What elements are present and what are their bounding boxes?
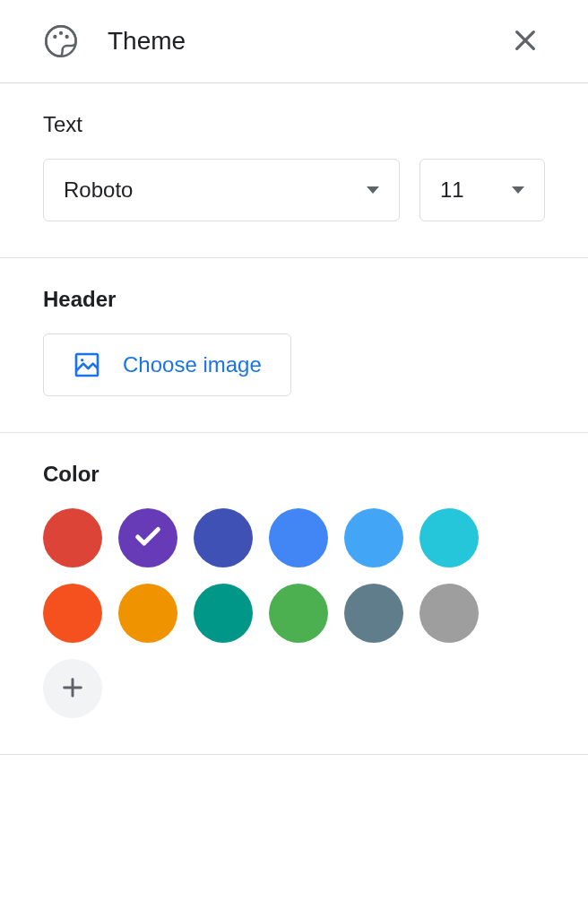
- color-swatch-7[interactable]: [118, 584, 177, 643]
- text-section: Text Roboto 11: [0, 83, 588, 258]
- color-swatch-5[interactable]: [419, 508, 479, 567]
- text-controls-row: Roboto 11: [43, 159, 545, 221]
- svg-point-3: [65, 35, 69, 39]
- color-swatch-3[interactable]: [269, 508, 328, 567]
- color-section-label: Color: [43, 462, 545, 487]
- plus-icon: [60, 675, 85, 703]
- color-swatch-9[interactable]: [269, 584, 328, 643]
- font-dropdown[interactable]: Roboto: [43, 159, 400, 221]
- choose-image-button[interactable]: Choose image: [43, 333, 291, 396]
- color-grid: [43, 508, 500, 718]
- color-swatch-6[interactable]: [43, 584, 102, 643]
- color-section: Color: [0, 433, 588, 755]
- image-icon: [73, 351, 101, 379]
- check-icon: [133, 522, 163, 555]
- svg-point-7: [81, 359, 83, 361]
- chevron-down-icon: [367, 186, 379, 194]
- font-size-value: 11: [440, 178, 464, 203]
- color-swatch-10[interactable]: [344, 584, 403, 643]
- close-button[interactable]: [506, 22, 545, 61]
- color-swatch-2[interactable]: [194, 508, 253, 567]
- panel-title: Theme: [108, 27, 506, 56]
- font-size-dropdown[interactable]: 11: [419, 159, 545, 221]
- text-section-label: Text: [43, 112, 545, 137]
- color-swatch-1[interactable]: [118, 508, 177, 567]
- color-swatch-11[interactable]: [419, 584, 479, 643]
- color-swatch-8[interactable]: [194, 584, 253, 643]
- svg-point-1: [53, 35, 56, 39]
- palette-icon: [43, 23, 79, 59]
- header-section: Header Choose image: [0, 258, 588, 433]
- svg-point-2: [59, 31, 63, 35]
- choose-image-label: Choose image: [123, 352, 262, 377]
- color-swatch-0[interactable]: [43, 508, 102, 567]
- font-dropdown-value: Roboto: [64, 178, 133, 203]
- close-icon: [511, 26, 540, 57]
- add-custom-color-button[interactable]: [43, 659, 102, 718]
- chevron-down-icon: [512, 186, 524, 194]
- header-section-label: Header: [43, 287, 545, 312]
- color-swatch-4[interactable]: [344, 508, 403, 567]
- panel-header: Theme: [0, 0, 588, 83]
